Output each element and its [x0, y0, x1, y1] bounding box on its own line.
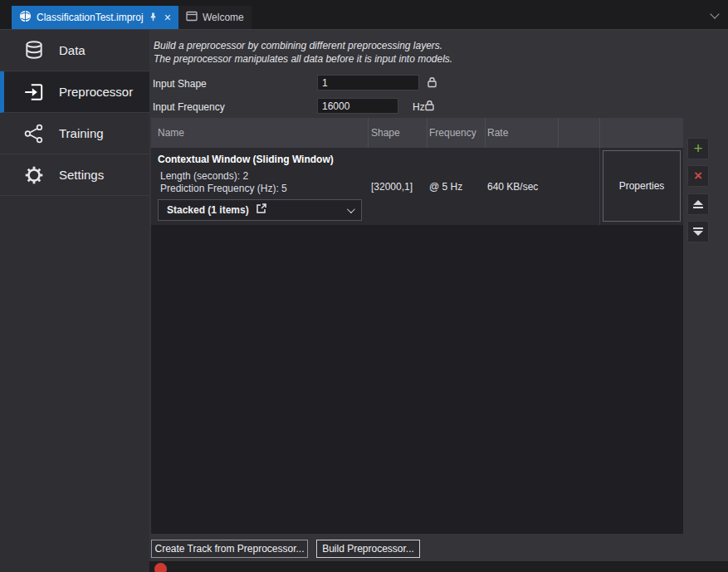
column-header-shape: Shape: [371, 127, 400, 139]
layer-frequency-value: @ 5 Hz: [429, 181, 462, 193]
plus-icon: +: [693, 140, 702, 156]
column-divider: [485, 118, 486, 148]
export-icon[interactable]: [256, 203, 267, 218]
stacked-dropdown[interactable]: Stacked (1 items): [158, 199, 362, 221]
tab-label: Welcome: [203, 12, 244, 23]
error-indicator: [154, 563, 167, 572]
welcome-tab-icon: [186, 11, 198, 24]
input-frequency-field[interactable]: [317, 98, 398, 114]
description-line-2: The preprocessor manipulates all data be…: [154, 52, 452, 66]
eject-down-icon: [693, 227, 703, 236]
pin-icon[interactable]: [149, 12, 158, 24]
lock-icon[interactable]: [424, 100, 435, 115]
add-layer-button[interactable]: +: [687, 138, 709, 159]
input-frequency-unit: Hz: [413, 101, 425, 113]
input-frequency-label: Input Frequency: [153, 101, 225, 113]
sidebar-item-label: Data: [59, 43, 86, 57]
column-header-frequency: Frequency: [429, 127, 476, 139]
layer-rate-value: 640 KB/sec: [487, 181, 538, 193]
tab-welcome[interactable]: Welcome: [178, 6, 252, 29]
lock-icon[interactable]: [427, 76, 437, 91]
column-header-rate: Rate: [487, 127, 508, 139]
create-track-button[interactable]: Create Track from Preprocessor...: [151, 540, 308, 558]
network-icon: [23, 123, 45, 144]
sidebar-item-training[interactable]: Training: [0, 113, 149, 154]
description-line-1: Build a preprocessor by combining differ…: [154, 39, 452, 52]
tab-classificationtest[interactable]: ClassificationTest.improj ×: [12, 6, 178, 29]
properties-button[interactable]: Properties: [603, 150, 681, 222]
database-icon: [23, 40, 45, 61]
app-window: ClassificationTest.improj × Welcome: [0, 0, 728, 572]
table-row[interactable]: Contextual Window (Sliding Window) Lengt…: [151, 148, 683, 225]
eject-up-icon: [693, 200, 703, 208]
column-divider: [599, 118, 600, 148]
input-shape-field[interactable]: [317, 75, 419, 90]
sidebar-item-label: Preprocessor: [59, 85, 133, 99]
sidebar-item-data[interactable]: Data: [0, 30, 149, 71]
layer-table-header: Name Shape Frequency Rate: [151, 118, 683, 148]
status-strip: [149, 561, 728, 572]
sidebar-item-preprocessor[interactable]: Preprocessor: [0, 71, 149, 113]
layer-detail-length: Length (seconds): 2: [160, 170, 248, 182]
gear-icon: [23, 164, 45, 186]
input-shape-label: Input Shape: [153, 78, 207, 90]
column-divider: [558, 118, 559, 148]
close-icon[interactable]: ×: [164, 12, 171, 23]
tab-bar: ClassificationTest.improj × Welcome: [0, 0, 728, 30]
app-logo-icon: [19, 10, 32, 25]
preprocessor-panel: Build a preprocessor by combining differ…: [149, 30, 728, 572]
sidebar-item-settings[interactable]: Settings: [0, 154, 149, 196]
build-preprocessor-button[interactable]: Build Preprocessor...: [316, 540, 420, 558]
column-header-name: Name: [158, 127, 184, 139]
layer-name: Contextual Window (Sliding Window): [158, 154, 334, 165]
import-icon: [23, 81, 45, 103]
sidebar: Data Preprocessor Training: [0, 30, 149, 572]
sidebar-item-label: Settings: [59, 168, 104, 182]
column-divider: [599, 148, 600, 225]
layer-detail-prediction: Prediction Frequency (Hz): 5: [160, 183, 287, 194]
chevron-down-icon: [347, 205, 355, 213]
x-icon: ×: [694, 169, 702, 183]
stacked-dropdown-label: Stacked (1 items): [167, 204, 249, 216]
chevron-down-icon[interactable]: [710, 9, 719, 18]
layer-list-empty-area[interactable]: [151, 225, 683, 534]
layer-shape-value: [32000,1]: [371, 181, 413, 193]
move-layer-down-button[interactable]: [687, 221, 709, 242]
column-divider: [368, 118, 369, 148]
column-divider: [427, 118, 428, 148]
panel-description: Build a preprocessor by combining differ…: [154, 39, 452, 66]
move-layer-up-button[interactable]: [687, 193, 709, 215]
tab-label: ClassificationTest.improj: [37, 12, 144, 23]
remove-layer-button[interactable]: ×: [687, 165, 709, 187]
sidebar-item-label: Training: [59, 126, 104, 140]
